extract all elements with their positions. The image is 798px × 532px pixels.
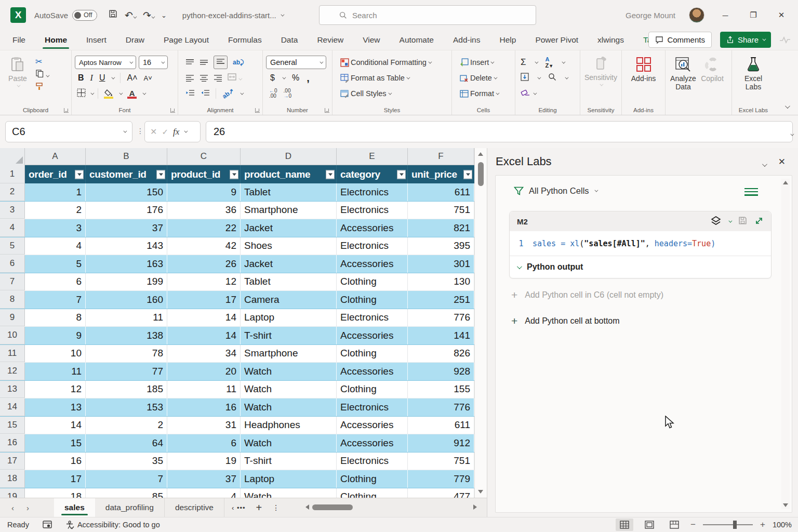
grid-cell[interactable]: Headphones xyxy=(241,417,337,434)
row-header-4[interactable]: 4 xyxy=(0,219,25,237)
column-headers[interactable]: ABCDEF xyxy=(0,148,474,165)
zoom-out-button[interactable]: − xyxy=(690,520,696,530)
grid-cell[interactable]: 12 xyxy=(25,381,86,398)
grid-cell[interactable]: Electronics xyxy=(337,453,408,470)
sensitivity-button[interactable]: Sensitivity xyxy=(587,55,616,86)
sort-filter-button[interactable]: AZ▼ xyxy=(546,56,554,69)
grid-cell[interactable]: 155 xyxy=(408,381,474,398)
grid-cell[interactable]: 78 xyxy=(86,345,167,363)
menu-tab-automate[interactable]: Automate xyxy=(398,32,435,48)
select-all-corner[interactable] xyxy=(0,148,25,165)
grid-cell[interactable]: 301 xyxy=(408,255,474,273)
grid-cell[interactable]: 130 xyxy=(408,273,474,291)
row-header-13[interactable]: 13 xyxy=(0,381,25,398)
row-header-11[interactable]: 11 xyxy=(0,345,25,363)
zoom-in-button[interactable]: + xyxy=(760,520,765,530)
grid-cell[interactable]: 6 xyxy=(167,434,241,452)
grid-cell[interactable]: 14 xyxy=(25,417,86,434)
copy-icon[interactable] xyxy=(35,69,48,79)
grid-cell[interactable]: Electronics xyxy=(337,309,408,327)
row-header-18[interactable]: 18 xyxy=(0,470,25,488)
name-box[interactable]: C6 xyxy=(5,121,132,142)
next-sheet-icon[interactable]: › xyxy=(26,503,29,512)
grid-cell[interactable]: Smartphone xyxy=(241,345,337,363)
grid-cell[interactable]: 34 xyxy=(167,345,241,363)
grid-cell[interactable]: 153 xyxy=(86,398,167,416)
grid-cell[interactable]: 26 xyxy=(167,255,241,273)
grid-cell[interactable]: Smartphone xyxy=(241,202,337,219)
format-as-table-button[interactable]: Format as Table xyxy=(339,70,448,86)
format-cells-button[interactable]: Format xyxy=(458,86,512,101)
grid-cell[interactable]: Jacket xyxy=(241,255,337,273)
menu-tab-page-layout[interactable]: Page Layout xyxy=(163,32,210,48)
font-size-select[interactable]: 16 xyxy=(139,56,168,69)
menu-tab-draw[interactable]: Draw xyxy=(125,32,145,48)
run-options-chevron-icon[interactable] xyxy=(728,219,732,222)
close-button[interactable]: ✕ xyxy=(774,10,789,20)
menu-tab-home[interactable]: Home xyxy=(44,32,68,48)
clear-button[interactable] xyxy=(521,89,530,98)
user-name[interactable]: George Mount xyxy=(626,11,675,20)
grid-cell[interactable]: 751 xyxy=(408,453,474,470)
grid-cell[interactable]: Accessories xyxy=(337,417,408,434)
row-header-6[interactable]: 6 xyxy=(0,255,25,273)
excel-labs-button[interactable]: Excel Labs xyxy=(739,55,768,91)
grid-cell[interactable]: 22 xyxy=(167,219,241,237)
number-dialog-launcher[interactable] xyxy=(325,108,329,113)
menu-tab-xlwings[interactable]: xlwings xyxy=(596,32,625,48)
grid-cell[interactable]: T-shirt xyxy=(241,327,337,344)
grid-cell[interactable]: Accessories xyxy=(337,219,408,237)
pane-scroll-up-icon[interactable] xyxy=(783,181,788,184)
redo-button[interactable]: ↷ xyxy=(143,9,154,21)
grid-cell[interactable]: Tablet xyxy=(241,183,337,201)
grid-cell[interactable]: 8 xyxy=(25,309,86,327)
grid-cell[interactable]: 1 xyxy=(25,183,86,201)
grid-cell[interactable]: 7 xyxy=(25,291,86,309)
grid-cell[interactable]: 185 xyxy=(86,381,167,398)
namebox-splitter[interactable]: ⋮ xyxy=(137,127,144,135)
scroll-up-icon[interactable] xyxy=(478,152,483,156)
zoom-slider-thumb[interactable] xyxy=(733,521,737,529)
comments-button[interactable]: Comments xyxy=(648,32,712,48)
grid-cell[interactable]: 5 xyxy=(25,255,86,273)
column-header-B[interactable]: B xyxy=(86,148,167,165)
grid-cell[interactable]: 779 xyxy=(408,470,474,488)
grid-cell[interactable]: Clothing xyxy=(337,488,408,498)
filter-dropdown-icon[interactable] xyxy=(75,170,84,179)
grid-cell[interactable]: 14 xyxy=(167,309,241,327)
new-sheet-button[interactable]: + xyxy=(256,502,262,514)
grid-cell[interactable]: Clothing xyxy=(337,345,408,363)
grid-cell[interactable]: Electronics xyxy=(337,237,408,255)
row-header-14[interactable]: 14 xyxy=(0,398,25,416)
grid-cell[interactable]: 251 xyxy=(408,291,474,309)
grid-cell[interactable]: 10 xyxy=(25,345,86,363)
filter-dropdown-icon[interactable] xyxy=(156,170,165,179)
grid-cell[interactable]: Clothing xyxy=(337,291,408,309)
grid-cell[interactable]: 150 xyxy=(86,183,167,201)
table-header-product_id[interactable]: product_id xyxy=(167,165,241,183)
grid-cell[interactable]: 15 xyxy=(25,434,86,452)
delete-cells-button[interactable]: Delete xyxy=(458,70,512,86)
sheet-options-button[interactable]: ⋮ xyxy=(272,503,280,512)
horizontal-scroll-thumb[interactable] xyxy=(312,504,353,510)
grid-cell[interactable]: Electronics xyxy=(337,398,408,416)
grid-cell[interactable]: 18 xyxy=(25,488,86,498)
row-header-3[interactable]: 3 xyxy=(0,202,25,219)
align-top-icon[interactable] xyxy=(185,59,194,66)
sheet-tab-descriptive[interactable]: descriptive xyxy=(165,498,224,517)
accounting-format-button[interactable]: $ xyxy=(270,73,275,83)
grid-cell[interactable]: 611 xyxy=(408,183,474,201)
row-header-5[interactable]: 5 xyxy=(0,237,25,255)
increase-decimal-button[interactable]: ←0.00 xyxy=(269,88,277,99)
grid-cell[interactable]: 176 xyxy=(86,202,167,219)
grid-cell[interactable]: Accessories xyxy=(337,363,408,380)
comma-style-button[interactable]: , xyxy=(307,72,310,84)
grid-cell[interactable]: 160 xyxy=(86,291,167,309)
grid-cell[interactable]: Accessories xyxy=(337,434,408,452)
page-break-view-button[interactable] xyxy=(666,518,683,531)
grid-cell[interactable]: 928 xyxy=(408,363,474,380)
grid-cell[interactable]: Watch xyxy=(241,398,337,416)
python-code-editor[interactable]: 1 sales = xl("sales[#All]", headers=True… xyxy=(510,231,771,256)
percent-style-button[interactable]: % xyxy=(292,73,299,83)
grid-cell[interactable]: 85 xyxy=(86,488,167,498)
